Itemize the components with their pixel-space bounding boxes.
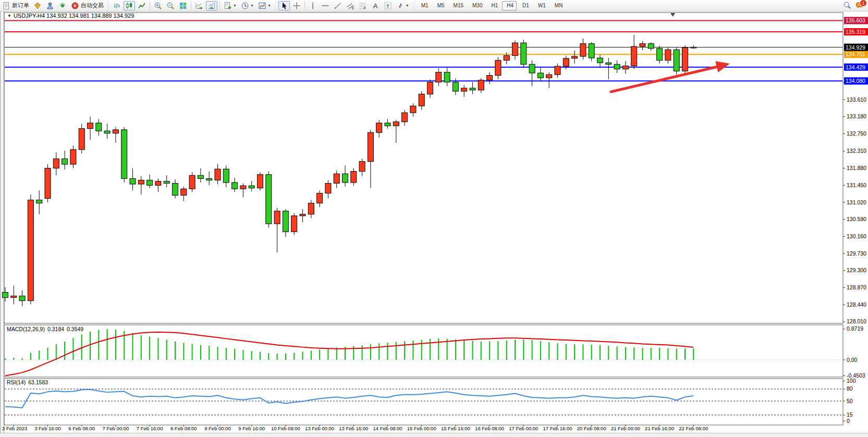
tf-w1[interactable]: W1 xyxy=(533,1,549,10)
date-label[interactable]: 17 Feb 00:00 xyxy=(509,426,538,431)
rsi-panel[interactable] xyxy=(4,379,843,425)
date-label[interactable]: 10 Feb 08:00 xyxy=(271,426,300,431)
tf-h1[interactable]: H1 xyxy=(486,1,501,10)
chevron-down-icon[interactable]: ▼ xyxy=(250,4,254,7)
date-label[interactable]: 8 Feb 08:00 xyxy=(170,426,197,431)
chart-shift-button[interactable] xyxy=(206,1,217,10)
date-label[interactable]: 9 Feb 16:00 xyxy=(238,426,265,431)
price-tick-label: 128.010 xyxy=(847,318,866,324)
candle-body xyxy=(138,180,144,184)
hline-icon xyxy=(321,2,329,10)
trendline-button[interactable] xyxy=(332,1,344,10)
toolbar-separator xyxy=(191,2,191,10)
tf-d1[interactable]: D1 xyxy=(518,1,532,10)
search-button[interactable] xyxy=(841,1,853,10)
chevron-down-icon[interactable]: ▼ xyxy=(267,4,271,7)
date-label[interactable]: 17 Feb 16:00 xyxy=(543,426,572,431)
date-label[interactable]: 21 Feb 16:00 xyxy=(645,426,674,431)
date-label[interactable]: 7 Feb 16:00 xyxy=(137,426,163,431)
zoom-in-button[interactable] xyxy=(152,1,164,10)
cursor-button[interactable] xyxy=(278,1,290,10)
signals-button[interactable] xyxy=(57,1,68,10)
candle-body xyxy=(249,186,254,188)
main-price-panel[interactable] xyxy=(4,13,843,323)
price-tick-label: 131.880 xyxy=(847,165,866,171)
tf-mn-label: MN xyxy=(555,3,563,8)
toolbar-right-group: 1 xyxy=(841,1,866,10)
periods-button[interactable]: ▼ xyxy=(239,1,255,10)
date-label[interactable]: 13 Feb 00:00 xyxy=(305,426,334,431)
linechart-icon xyxy=(138,2,146,10)
vertical-line-button[interactable] xyxy=(307,1,319,10)
chart-canvas[interactable]: 134.040133.610133.180132.750132.310131.8… xyxy=(0,0,868,437)
text-label-button[interactable]: T xyxy=(382,1,394,10)
macd-value-main: 0.3184 xyxy=(47,326,64,332)
tf-m30-label: M30 xyxy=(472,3,482,8)
date-label[interactable]: 7 Feb 00:00 xyxy=(103,426,129,431)
chevron-down-icon[interactable]: ▼ xyxy=(406,4,409,7)
date-label[interactable]: 13 Feb 16:00 xyxy=(339,426,368,431)
candle-body xyxy=(181,189,187,195)
price-tick-label: 133.610 xyxy=(847,96,866,103)
price-tick-label: 131.020 xyxy=(847,199,866,205)
date-label[interactable]: 20 Feb 08:00 xyxy=(577,426,606,431)
chart-title-collapse-icon[interactable]: ▼ xyxy=(7,14,11,18)
tf-h4[interactable]: H4 xyxy=(502,1,517,10)
tile-windows-button[interactable] xyxy=(177,1,189,10)
crosshair-button[interactable] xyxy=(291,1,302,10)
date-label[interactable]: 14 Feb 08:00 xyxy=(373,426,402,431)
main-toolbar: 新订单自动交易▼▼▼EFAT▼M1M5M15M30H1H4D1W1MN1 xyxy=(0,0,868,11)
date-label[interactable]: 21 Feb 00:00 xyxy=(611,426,640,431)
indicators-button[interactable]: ▼ xyxy=(222,1,238,10)
zoom-out-button[interactable] xyxy=(165,1,176,10)
chevron-down-icon[interactable]: ▼ xyxy=(233,4,237,7)
candle-body xyxy=(104,131,110,133)
date-label[interactable]: 22 Feb 08:00 xyxy=(679,426,708,431)
level-134.429-badge-label: 134.429 xyxy=(846,64,865,70)
candle-body xyxy=(258,175,263,188)
chat-button[interactable]: 1 xyxy=(854,1,865,10)
candle-body xyxy=(45,168,51,199)
date-label[interactable]: 15 Feb 16:00 xyxy=(441,426,470,431)
horizontal-line-button[interactable] xyxy=(320,1,331,10)
date-label[interactable]: 15 Feb 00:00 xyxy=(407,426,436,431)
tf-m5[interactable]: M5 xyxy=(433,1,448,10)
tf-mn[interactable]: MN xyxy=(550,1,566,10)
tf-m1[interactable]: M1 xyxy=(417,1,432,10)
profile-button[interactable] xyxy=(44,1,56,10)
tf-m30[interactable]: M30 xyxy=(468,1,485,10)
notification-badge: 1 xyxy=(860,0,867,7)
auto-scroll-button[interactable] xyxy=(193,1,205,10)
tf-m15[interactable]: M15 xyxy=(449,1,467,10)
text-button[interactable]: A xyxy=(370,1,381,10)
date-label[interactable]: 3 Feb 16:00 xyxy=(34,426,61,431)
candle-body xyxy=(402,113,408,122)
fibonacci-button[interactable]: F xyxy=(357,1,369,10)
candle-body xyxy=(419,94,424,106)
chart-window-button[interactable] xyxy=(32,1,43,10)
rsi-tick-label: 0 xyxy=(847,418,850,424)
candlestick-chart-button[interactable] xyxy=(124,1,135,10)
bar-chart-button[interactable] xyxy=(111,1,123,10)
macd-panel[interactable] xyxy=(4,325,843,377)
candle-body xyxy=(70,150,76,164)
channel-button[interactable]: E xyxy=(345,1,356,10)
candle-body xyxy=(155,181,161,186)
line-chart-button[interactable] xyxy=(136,1,148,10)
candle-body xyxy=(682,47,688,71)
new-order-button[interactable]: 新订单 xyxy=(1,1,31,10)
candle-body xyxy=(691,47,696,48)
price-tick-label: 132.750 xyxy=(847,130,866,137)
autotrading-button[interactable]: 自动交易 xyxy=(69,1,105,10)
textA-icon: A xyxy=(371,2,380,10)
date-label[interactable]: 16 Feb 08:00 xyxy=(475,426,504,431)
level-134.751-badge-label: 134.751 xyxy=(846,51,865,57)
candle-body xyxy=(436,72,442,82)
templates-button[interactable]: ▼ xyxy=(256,1,273,10)
date-label[interactable]: 6 Feb 08:00 xyxy=(68,426,95,431)
date-label[interactable]: 3 Feb 2023 xyxy=(2,426,27,431)
candles-icon xyxy=(125,2,133,10)
date-label[interactable]: 9 Feb 00:00 xyxy=(204,426,231,431)
arrows-button[interactable]: ▼ xyxy=(395,1,411,10)
candle-body xyxy=(555,66,560,75)
